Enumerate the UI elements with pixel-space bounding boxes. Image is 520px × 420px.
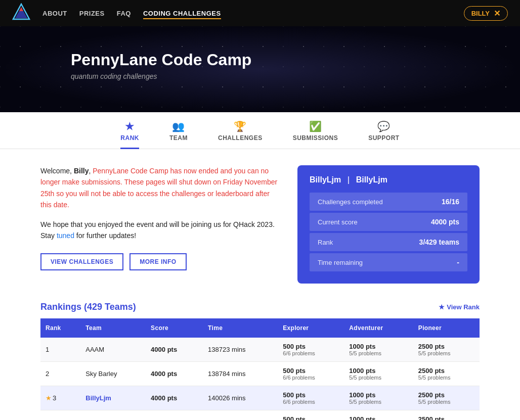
table-row: 2 Sky Barley 4000 pts 138784 mins 500 pt… xyxy=(40,362,480,386)
adventurer-problems: 5/5 problems xyxy=(349,375,408,381)
col-score: Score xyxy=(146,318,203,338)
col-time: Time xyxy=(203,318,278,338)
team-cell: BillyLjm xyxy=(80,386,146,410)
team-cell: AAAM xyxy=(80,338,146,362)
stat-value-score: 4000 pts xyxy=(431,218,459,226)
challenges-icon: 🏆 xyxy=(234,120,247,132)
pioneer-pts: 2500 pts xyxy=(418,343,474,350)
hero-subtitle: quantum coding challenges xyxy=(71,72,449,80)
main-content: ★ RANK 👥 TEAM 🏆 CHALLENGES ✅ SUBMISSIONS… xyxy=(0,112,520,420)
explorer-problems: 6/6 problems xyxy=(283,375,339,381)
welcome-section: Welcome, Billy, PennyLane Code Camp has … xyxy=(40,165,281,270)
stat-challenges-completed: Challenges completed 16/16 xyxy=(310,193,467,211)
col-adventurer: Adventurer xyxy=(344,318,413,338)
tab-support-label: SUPPORT xyxy=(368,134,400,142)
stats-card: BillyLjm | BillyLjm Challenges completed… xyxy=(297,165,480,284)
rank-icon: ★ xyxy=(125,120,135,132)
score-cell: 4000 pts xyxy=(146,386,203,410)
nav-coding-challenges[interactable]: CODING CHALLENGES xyxy=(143,10,221,19)
action-buttons: VIEW CHALLENGES MORE INFO xyxy=(40,253,281,270)
close-icon[interactable]: ✕ xyxy=(494,9,500,18)
rank-cell: ★3 xyxy=(40,386,80,410)
pioneer-problems: 5/5 problems xyxy=(418,399,474,405)
explorer-pts: 500 pts xyxy=(283,343,339,350)
pioneer-cell: 2500 pts 5/5 problems xyxy=(413,386,480,410)
separator: | xyxy=(348,175,350,184)
pioneer-pts: 2500 pts xyxy=(418,367,474,375)
rank-cell: 2 xyxy=(40,362,80,386)
team-name: BillyLjm xyxy=(85,394,111,402)
col-team: Team xyxy=(80,318,146,338)
pioneer-cell: 2500 pts 5/5 problems xyxy=(413,410,480,421)
team-name: Sky Barley xyxy=(85,370,117,378)
continue-message: We hope that you enjoyed the event and w… xyxy=(40,219,281,242)
explorer-cell: 500 pts 6/6 problems xyxy=(278,386,344,410)
tuned-link[interactable]: tuned xyxy=(57,231,74,240)
tab-support[interactable]: 💬 SUPPORT xyxy=(368,120,400,149)
col-explorer: Explorer xyxy=(278,318,344,338)
stats-card-title: BillyLjm | BillyLjm xyxy=(310,175,467,184)
nav-about[interactable]: ABOUT xyxy=(42,10,67,17)
navbar: ABOUT PRIZES FAQ CODING CHALLENGES BILLY… xyxy=(0,0,520,26)
pioneer-problems: 5/5 problems xyxy=(418,350,474,356)
stat-value-challenges: 16/16 xyxy=(442,198,459,206)
score-cell: 4000 pts xyxy=(146,338,203,362)
tab-submissions[interactable]: ✅ SUBMISSIONS xyxy=(293,120,338,149)
pioneer-pts: 2500 pts xyxy=(418,415,474,420)
team-cell: Leander xyxy=(80,410,146,421)
support-icon: 💬 xyxy=(377,120,391,132)
user-label: BILLY xyxy=(471,10,490,17)
stat-label-score: Current score xyxy=(318,218,358,226)
adventurer-pts: 1000 pts xyxy=(349,367,408,375)
pioneer-cell: 2500 pts 5/5 problems xyxy=(413,362,480,386)
rank-star-icon: ★ xyxy=(46,394,52,402)
star-icon: ★ xyxy=(439,303,445,311)
tab-team[interactable]: 👥 TEAM xyxy=(169,120,188,149)
more-info-button[interactable]: MORE INFO xyxy=(129,253,187,270)
score-cell: 4000 pts xyxy=(146,362,203,386)
team-cell: Sky Barley xyxy=(80,362,146,386)
team-name: AAAM xyxy=(85,346,104,353)
rank-content: Welcome, Billy, PennyLane Code Camp has … xyxy=(32,149,488,420)
tab-challenges-label: CHALLENGES xyxy=(218,134,263,142)
explorer-cell: 500 pts 6/6 problems xyxy=(278,362,344,386)
adventurer-problems: 5/5 problems xyxy=(349,350,408,356)
nav-prizes[interactable]: PRIZES xyxy=(79,10,105,17)
hero-section: PennyLane Code Camp quantum coding chall… xyxy=(0,26,520,112)
table-header: Rank Team Score Time Explorer Adventurer… xyxy=(40,318,480,338)
time-cell: 138723 mins xyxy=(203,338,278,362)
adventurer-cell: 1000 pts 5/5 problems xyxy=(344,386,413,410)
tab-submissions-label: SUBMISSIONS xyxy=(293,134,338,142)
tab-rank[interactable]: ★ RANK xyxy=(120,120,139,149)
adventurer-cell: 1000 pts 5/5 problems xyxy=(344,338,413,362)
pioneer-cell: 2500 pts 5/5 problems xyxy=(413,338,480,362)
view-rank-link[interactable]: ★ View Rank xyxy=(439,303,480,311)
explorer-cell: 500 pts 6/6 problems xyxy=(278,410,344,421)
stat-label-time: Time remaining xyxy=(318,259,363,266)
stat-value-time: - xyxy=(457,258,459,266)
explorer-pts: 500 pts xyxy=(283,391,339,399)
rankings-title: Rankings (429 Teams) xyxy=(40,302,136,312)
stat-label-rank: Rank xyxy=(318,239,333,246)
col-rank: Rank xyxy=(40,318,80,338)
nav-links: ABOUT PRIZES FAQ CODING CHALLENGES xyxy=(42,9,221,18)
user-menu[interactable]: BILLY ✕ xyxy=(464,6,508,21)
table-row: 1 AAAM 4000 pts 138723 mins 500 pts 6/6 … xyxy=(40,338,480,362)
adventurer-pts: 1000 pts xyxy=(349,415,408,420)
logo[interactable] xyxy=(12,3,30,23)
nav-faq[interactable]: FAQ xyxy=(117,10,131,17)
adventurer-cell: 1000 pts 5/5 problems xyxy=(344,362,413,386)
team-name-1: BillyLjm xyxy=(310,175,341,184)
pioneer-pts: 2500 pts xyxy=(418,391,474,399)
tab-team-label: TEAM xyxy=(169,134,188,142)
rankings-table: Rank Team Score Time Explorer Adventurer… xyxy=(40,318,480,420)
stat-current-score: Current score 4000 pts xyxy=(310,213,467,231)
tab-challenges[interactable]: 🏆 CHALLENGES xyxy=(218,120,263,149)
adventurer-pts: 1000 pts xyxy=(349,391,408,399)
col-pioneer: Pioneer xyxy=(413,318,480,338)
adventurer-cell: 1000 pts 5/5 problems xyxy=(344,410,413,421)
tab-rank-label: RANK xyxy=(120,134,139,142)
rankings-header: Rankings (429 Teams) ★ View Rank xyxy=(40,302,480,312)
view-challenges-button[interactable]: VIEW CHALLENGES xyxy=(40,253,123,270)
view-rank-label: View Rank xyxy=(447,303,480,311)
